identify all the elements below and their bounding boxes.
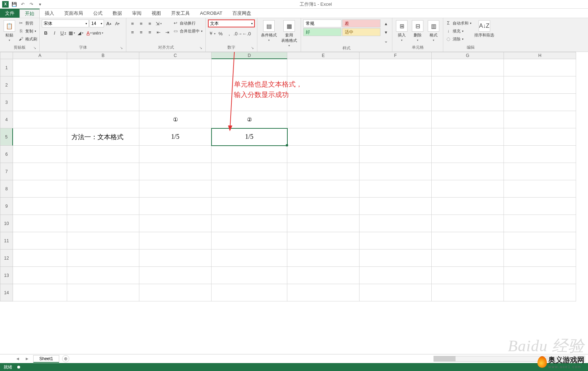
increase-decimal-button[interactable]: .0→ [234, 30, 242, 37]
delete-cells-button[interactable]: ⊟删除▾ [410, 19, 425, 43]
cut-button[interactable]: ✂剪切 [18, 19, 37, 27]
cell-E10[interactable] [287, 215, 360, 232]
cell-E1[interactable] [287, 59, 360, 76]
conditional-formatting-button[interactable]: ▤ 条件格式 ▾ [260, 19, 278, 43]
cell-H1[interactable] [504, 59, 576, 76]
cell-C8[interactable] [139, 180, 212, 198]
cell-C7[interactable] [139, 163, 212, 180]
align-middle-button[interactable]: ≡ [137, 19, 145, 27]
font-color-button[interactable]: A▾ [85, 29, 93, 37]
tab-file[interactable]: 文件 [0, 9, 19, 18]
tab-view[interactable]: 视图 [147, 9, 166, 18]
column-header-F[interactable]: F [360, 52, 432, 59]
cell-B10[interactable] [67, 215, 139, 232]
cell-H8[interactable] [504, 180, 576, 198]
tab-data[interactable]: 数据 [108, 9, 127, 18]
cell-G14[interactable] [432, 284, 504, 301]
phonetic-button[interactable]: wén▾ [94, 29, 102, 37]
dialog-launcher-icon[interactable]: ↘ [198, 46, 203, 51]
cell-A8[interactable] [13, 180, 67, 198]
decrease-indent-button[interactable]: ⇤ [154, 28, 162, 36]
accounting-format-button[interactable]: ￥▾ [208, 30, 216, 37]
cell-B7[interactable] [67, 163, 139, 180]
cell-D6[interactable] [212, 146, 287, 163]
cell-G7[interactable] [432, 163, 504, 180]
cell-E7[interactable] [287, 163, 360, 180]
cell-F6[interactable] [360, 146, 432, 163]
cell-B3[interactable] [67, 94, 139, 111]
qat-dropdown-icon[interactable]: ▾ [37, 1, 43, 8]
tab-developer[interactable]: 开发工具 [166, 9, 195, 18]
cell-B6[interactable] [67, 146, 139, 163]
cell-C14[interactable] [139, 284, 212, 301]
cell-F3[interactable] [360, 94, 432, 111]
cell-C4[interactable]: ① [139, 111, 212, 128]
font-name-select[interactable]: 宋体▾ [42, 19, 89, 27]
row-header-12[interactable]: 12 [0, 249, 13, 267]
cell-E4[interactable] [287, 111, 360, 128]
cell-D2[interactable] [212, 76, 287, 94]
row-header-13[interactable]: 13 [0, 267, 13, 284]
format-as-table-button[interactable]: ▦ 套用 表格格式 ▾ [280, 19, 299, 48]
cell-G9[interactable] [432, 198, 504, 215]
merge-center-button[interactable]: ▭合并后居中▾ [173, 27, 202, 35]
cell-A3[interactable] [13, 94, 67, 111]
cell-C1[interactable] [139, 59, 212, 76]
style-bad[interactable]: 差 [342, 19, 380, 27]
cell-H12[interactable] [504, 249, 576, 267]
cell-A7[interactable] [13, 163, 67, 180]
font-size-select[interactable]: 14▾ [90, 19, 104, 27]
scrollbar-thumb[interactable] [434, 356, 456, 361]
cell-G10[interactable] [432, 215, 504, 232]
copy-button[interactable]: ⎘复制▾ [18, 27, 37, 35]
row-header-10[interactable]: 10 [0, 215, 13, 232]
cell-E2[interactable] [287, 76, 360, 94]
cell-B8[interactable] [67, 180, 139, 198]
format-cells-button[interactable]: ▥格式▾ [426, 19, 441, 43]
cell-D3[interactable] [212, 94, 287, 111]
cell-A5[interactable] [13, 128, 67, 146]
style-normal[interactable]: 常规 [303, 19, 341, 27]
column-header-C[interactable]: C [139, 52, 212, 59]
row-header-2[interactable]: 2 [0, 76, 13, 94]
style-good[interactable]: 好 [303, 28, 341, 36]
row-header-5[interactable]: 5 [0, 128, 13, 146]
cell-B14[interactable] [67, 284, 139, 301]
cell-E11[interactable] [287, 232, 360, 249]
cell-H10[interactable] [504, 215, 576, 232]
increase-indent-button[interactable]: ⇥ [163, 28, 171, 36]
cell-C6[interactable] [139, 146, 212, 163]
cell-E12[interactable] [287, 249, 360, 267]
dialog-launcher-icon[interactable]: ↘ [250, 46, 255, 51]
cell-A6[interactable] [13, 146, 67, 163]
cell-G12[interactable] [432, 249, 504, 267]
cell-H9[interactable] [504, 198, 576, 215]
clear-button[interactable]: ◌清除▾ [445, 35, 471, 43]
cell-E9[interactable] [287, 198, 360, 215]
cell-H7[interactable] [504, 163, 576, 180]
cell-A14[interactable] [13, 284, 67, 301]
row-header-14[interactable]: 14 [0, 284, 13, 301]
cell-C13[interactable] [139, 267, 212, 284]
cell-G4[interactable] [432, 111, 504, 128]
cell-A4[interactable] [13, 111, 67, 128]
underline-button[interactable]: U▾ [59, 29, 67, 37]
cell-G2[interactable] [432, 76, 504, 94]
cell-B9[interactable] [67, 198, 139, 215]
cell-G3[interactable] [432, 94, 504, 111]
cell-H11[interactable] [504, 232, 576, 249]
cell-F4[interactable] [360, 111, 432, 128]
row-header-9[interactable]: 9 [0, 198, 13, 215]
cell-B13[interactable] [67, 267, 139, 284]
cell-G13[interactable] [432, 267, 504, 284]
tab-insert[interactable]: 插入 [40, 9, 59, 18]
cell-G5[interactable] [432, 128, 504, 146]
cell-G6[interactable] [432, 146, 504, 163]
comma-format-button[interactable]: , [225, 30, 233, 37]
increase-font-button[interactable]: A▴ [105, 19, 113, 27]
italic-button[interactable]: I [51, 29, 58, 37]
sheet-tab-active[interactable]: Sheet1 [33, 355, 59, 363]
horizontal-scrollbar[interactable] [434, 356, 585, 362]
save-icon[interactable]: 💾 [11, 1, 17, 8]
row-header-11[interactable]: 11 [0, 232, 13, 249]
